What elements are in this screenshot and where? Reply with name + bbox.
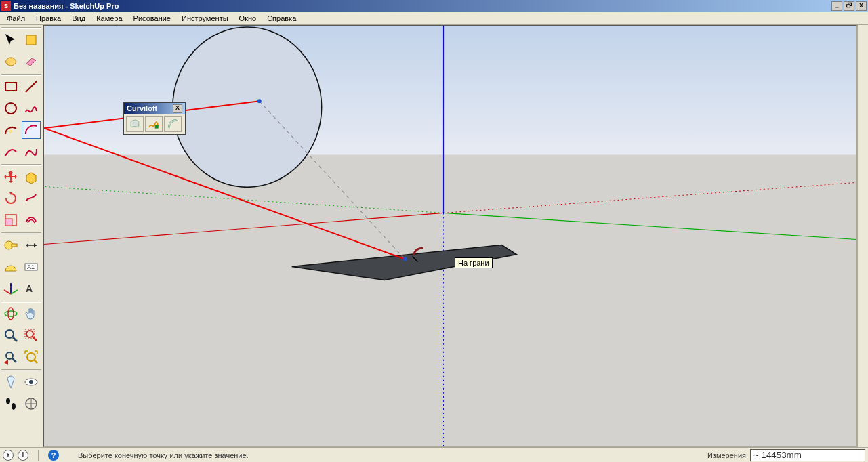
tape-tool[interactable] [1, 236, 20, 254]
menubar: Файл Правка Вид Камера Рисование Инструм… [0, 12, 868, 25]
status-text: Выберите конечную точку или укажите знач… [78, 451, 703, 459]
svg-marker-12 [26, 243, 28, 247]
curviloft-title-text: Curviloft [127, 104, 157, 112]
camera-tool[interactable] [1, 373, 20, 391]
svg-line-31 [34, 360, 37, 363]
main-area: A1 A [0, 25, 868, 447]
svg-point-22 [5, 330, 14, 338]
svg-line-28 [12, 358, 16, 362]
status-credits-icon[interactable]: i [18, 450, 28, 461]
curviloft-loft-button[interactable] [126, 116, 144, 132]
svg-marker-29 [4, 360, 8, 365]
svg-rect-55 [155, 125, 159, 129]
app-icon: S [1, 1, 11, 11]
curviloft-spline-button[interactable] [145, 116, 163, 132]
menu-draw[interactable]: Рисование [129, 14, 175, 23]
window-controls: _ 🗗 X [831, 1, 867, 11]
paint-bucket-tool[interactable] [22, 31, 41, 49]
svg-point-34 [6, 398, 10, 404]
svg-point-48 [173, 27, 322, 187]
svg-point-20 [5, 311, 17, 316]
curviloft-skin-button[interactable] [164, 116, 182, 132]
menu-file[interactable]: Файл [3, 14, 29, 23]
svg-rect-40 [44, 154, 856, 446]
3dtext-tool[interactable]: A [22, 280, 41, 297]
window-titlebar: S Без названия - SketchUp Pro _ 🗗 X [0, 0, 868, 12]
menu-camera[interactable]: Камера [92, 14, 126, 23]
dimension-tool[interactable] [22, 236, 41, 254]
zoomextents-tool[interactable] [22, 348, 41, 366]
menu-help[interactable]: Справка [263, 14, 300, 23]
svg-rect-8 [5, 219, 12, 226]
svg-point-52 [257, 99, 262, 103]
pushpull-tool[interactable] [22, 168, 41, 186]
scrollbar-vertical[interactable] [857, 25, 868, 447]
maximize-button[interactable]: 🗗 [844, 1, 854, 11]
svg-point-53 [403, 257, 407, 261]
rotate-tool[interactable] [1, 190, 20, 207]
svg-line-23 [13, 337, 17, 341]
freehand-tool[interactable] [22, 100, 41, 117]
minimize-button[interactable]: _ [831, 1, 842, 11]
status-help-icon[interactable]: ? [48, 450, 59, 461]
curviloft-titlebar[interactable]: Curviloft X [124, 103, 185, 114]
svg-point-21 [8, 308, 14, 320]
eraser-tool-1[interactable] [1, 53, 20, 70]
svg-point-33 [29, 380, 33, 384]
curve2-tool[interactable] [22, 143, 41, 161]
zoomwindow-tool[interactable] [22, 327, 41, 344]
toolbar: A1 A [0, 25, 43, 447]
zoom-tool[interactable] [1, 327, 20, 344]
status-icons: ⌖ i ? [3, 450, 60, 461]
select-tool[interactable] [1, 31, 20, 49]
text-tool[interactable]: A1 [22, 258, 41, 276]
menu-window[interactable]: Окно [235, 14, 261, 23]
curviloft-body [124, 114, 185, 134]
scale-tool[interactable] [1, 211, 20, 229]
pan-tool[interactable] [22, 305, 41, 322]
walk-tool[interactable] [1, 395, 20, 413]
line-tool[interactable] [22, 78, 41, 96]
close-button[interactable]: X [856, 1, 867, 11]
measure-input[interactable] [750, 449, 865, 461]
inference-tooltip: На грани [455, 257, 493, 268]
offset-tool[interactable] [22, 211, 41, 229]
statusbar: ⌖ i ? Выберите конечную точку или укажит… [0, 447, 868, 462]
viewport-3d[interactable]: На грани Curviloft X [43, 25, 857, 447]
svg-point-4 [5, 103, 16, 114]
svg-point-27 [6, 352, 13, 359]
arc2-tool[interactable] [22, 121, 41, 139]
svg-rect-39 [44, 26, 856, 154]
previous-tool[interactable] [1, 348, 20, 366]
move-tool[interactable] [1, 168, 20, 186]
menu-tools[interactable]: Инструменты [178, 14, 232, 23]
rectangle-tool[interactable] [1, 78, 20, 96]
axes-tool[interactable] [1, 280, 20, 297]
svg-point-24 [26, 331, 33, 337]
svg-line-2 [26, 81, 37, 92]
svg-rect-1 [5, 83, 16, 91]
arc-tool[interactable] [1, 121, 20, 139]
status-geolocation-icon[interactable]: ⌖ [3, 450, 14, 461]
measure-label: Измерения [703, 451, 750, 459]
svg-marker-13 [34, 243, 37, 247]
svg-point-35 [12, 403, 16, 410]
eraser-tool-2[interactable] [22, 53, 41, 70]
followme-tool[interactable] [22, 190, 41, 207]
curve-tool[interactable] [1, 143, 20, 161]
orbit-tool[interactable] [1, 305, 20, 322]
svg-rect-10 [12, 244, 17, 247]
lookaround-tool[interactable] [22, 373, 41, 391]
svg-text:A1: A1 [27, 264, 35, 270]
window-title: Без названия - SketchUp Pro [14, 2, 831, 10]
protractor-tool[interactable] [1, 258, 20, 276]
svg-text:A: A [26, 283, 33, 294]
curviloft-close-button[interactable]: X [173, 104, 182, 113]
svg-line-18 [4, 290, 11, 294]
menu-view[interactable]: Вид [68, 14, 89, 23]
section-tool[interactable] [22, 395, 41, 413]
curviloft-panel[interactable]: Curviloft X [123, 102, 186, 135]
svg-rect-0 [26, 35, 36, 45]
circle-tool[interactable] [1, 100, 20, 117]
menu-edit[interactable]: Правка [32, 14, 65, 23]
